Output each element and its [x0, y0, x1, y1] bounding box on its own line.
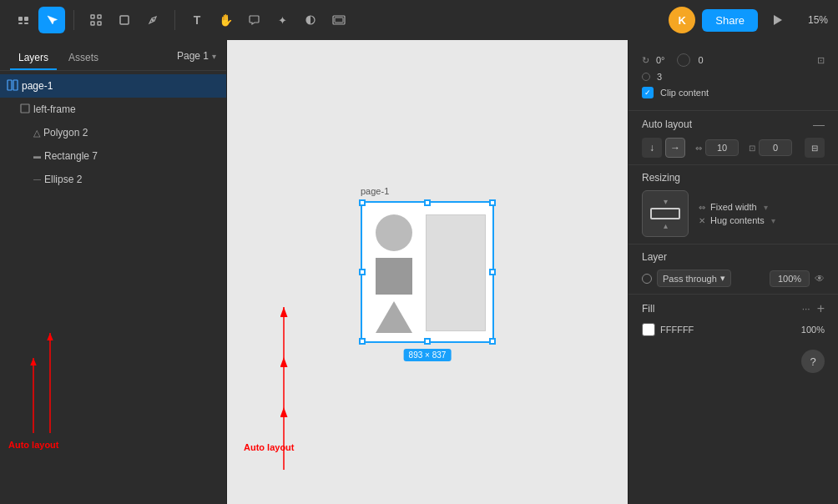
zoom-level: 15% — [798, 14, 828, 26]
fixed-width-row: ⇔ Fixed width ▾ — [699, 202, 825, 212]
svg-rect-5 — [98, 15, 101, 18]
fill-hex-value: FFFFFF — [660, 325, 796, 335]
layer-label-polygon2: Polygon 2 — [43, 127, 88, 139]
help-area: ? — [628, 343, 838, 380]
text-tool-button[interactable]: T — [184, 7, 210, 33]
layers-tool-button[interactable] — [326, 7, 352, 33]
layer-item-page1[interactable]: page-1 — [0, 74, 226, 98]
al-gap-input[interactable] — [705, 139, 739, 156]
al-direction-down[interactable]: ↓ — [642, 138, 662, 158]
layer-icon-left-frame — [20, 103, 30, 115]
page-name-label: Page 1 — [177, 50, 209, 62]
handle-br[interactable] — [489, 338, 496, 345]
tool-group-shape — [83, 7, 166, 33]
blend-mode-row: Pass through ▾ 100% 👁 — [642, 270, 825, 287]
hug-contents-row: ✕ Hug contents ▾ — [699, 215, 825, 225]
fill-color-row: FFFFFF 100% — [642, 323, 825, 336]
select-tool-button[interactable] — [38, 7, 65, 33]
hug-contents-close-icon: ✕ — [699, 216, 705, 225]
svg-rect-2 — [18, 23, 23, 24]
tab-layers[interactable]: Layers — [10, 47, 57, 70]
fixed-width-chevron-icon[interactable]: ▾ — [764, 203, 768, 212]
svg-point-9 — [152, 19, 154, 22]
left-panel: Layers Assets Page 1 ▾ page-1 — [0, 40, 227, 504]
rotation-value: 0° — [656, 55, 665, 65]
handle-mr[interactable] — [489, 269, 496, 275]
fill-color-swatch[interactable] — [642, 323, 655, 336]
layer-icon-polygon2: △ — [33, 128, 40, 139]
layer-icon-ellipse2: — — [33, 175, 41, 184]
al-direction-right[interactable]: → — [665, 138, 685, 158]
frame-tool-button[interactable] — [83, 7, 109, 33]
fixed-width-label: Fixed width — [710, 202, 757, 212]
handle-tl[interactable] — [359, 199, 366, 206]
layer-dot — [642, 73, 650, 81]
play-button[interactable] — [765, 7, 791, 33]
layer-label-page1: page-1 — [22, 80, 53, 92]
layers-list: page-1 left-frame △ Polygon 2 ▬ Rectangl… — [0, 71, 226, 504]
svg-rect-13 — [8, 80, 12, 90]
share-button[interactable]: Share — [702, 9, 758, 32]
toolbar: T ✋ ✦ K Share — [0, 0, 838, 40]
fill-add-button[interactable]: + — [817, 301, 825, 316]
svg-rect-7 — [98, 22, 101, 25]
opacity-value[interactable]: 100% — [770, 270, 810, 287]
transform-section: ↻ 0° 0 ⊡ 3 ✓ Clip content — [628, 47, 838, 111]
handle-bm[interactable] — [424, 338, 431, 345]
handle-tr[interactable] — [489, 199, 496, 206]
layer-blend-header: Layer — [642, 251, 825, 263]
fill-dots-icon[interactable]: ··· — [802, 303, 810, 315]
al-gap-icon: ⇔ — [695, 144, 702, 153]
panel-tabs: Layers Assets Page 1 ▾ — [0, 40, 226, 71]
layer-item-rect7[interactable]: ▬ Rectangle 7 — [0, 144, 226, 168]
shape-inner-rect — [426, 214, 486, 331]
layer-item-polygon2[interactable]: △ Polygon 2 — [0, 121, 226, 144]
resize-arrow-down-icon: ▾ — [664, 197, 668, 206]
hug-contents-chevron-icon[interactable]: ▾ — [771, 216, 775, 225]
corner-indicator — [677, 53, 690, 67]
tab-assets[interactable]: Assets — [60, 47, 107, 70]
resize-arrow-up-icon: ▴ — [664, 221, 668, 230]
frame-box[interactable] — [361, 201, 494, 343]
menu-button[interactable] — [10, 7, 37, 33]
shape-circle — [376, 214, 412, 251]
layer-item-left-frame[interactable]: left-frame — [0, 98, 226, 121]
frame-label: page-1 — [361, 186, 389, 196]
contrast-tool-button[interactable] — [297, 7, 324, 33]
shape-triangle — [376, 301, 412, 333]
clip-content-label: Clip content — [660, 88, 709, 98]
hand-tool-button[interactable]: ✋ — [212, 7, 239, 33]
fixed-width-icon: ⇔ — [699, 203, 705, 212]
pen-tool-button[interactable] — [139, 7, 166, 33]
shape-rect — [376, 258, 412, 295]
frame-container[interactable]: page-1 893 × 837 — [361, 201, 494, 343]
hug-contents-label: Hug contents — [710, 215, 765, 225]
comment-tool-button[interactable] — [240, 7, 267, 33]
help-button[interactable]: ? — [801, 350, 825, 373]
page-selector[interactable]: Page 1 ▾ — [177, 47, 216, 70]
resize-visual-box[interactable]: ▾ ▴ — [642, 190, 689, 237]
svg-rect-14 — [13, 80, 18, 90]
handle-tm[interactable] — [424, 199, 431, 206]
layer-blend-title: Layer — [642, 251, 667, 263]
al-padding-input[interactable] — [759, 139, 792, 156]
handle-bl[interactable] — [359, 338, 366, 345]
auto-layout-remove[interactable]: — — [813, 118, 825, 131]
svg-rect-6 — [91, 22, 94, 25]
rotation-row: ↻ 0° 0 ⊡ — [642, 53, 825, 67]
corner-value: 0 — [699, 55, 704, 65]
layer-item-ellipse2[interactable]: — Ellipse 2 — [0, 168, 226, 191]
handle-ml[interactable] — [359, 269, 366, 275]
canvas-area[interactable]: Auto layout page-1 893 × 837 — [227, 40, 628, 504]
visibility-eye-icon[interactable]: 👁 — [815, 273, 825, 285]
fill-section: Fill ··· + FFFFFF 100% — [628, 295, 838, 343]
al-advanced[interactable]: ⊟ — [805, 138, 825, 158]
plugin-tool-button[interactable]: ✦ — [269, 7, 295, 33]
clip-content-checkbox[interactable]: ✓ — [642, 87, 654, 98]
layer-blend-section: Layer Pass through ▾ 100% 👁 — [628, 244, 838, 295]
blend-mode-select[interactable]: Pass through ▾ — [657, 270, 731, 287]
shape-tool-button[interactable] — [111, 7, 138, 33]
svg-rect-12 — [335, 18, 343, 23]
page-chevron-icon: ▾ — [212, 52, 216, 61]
user-avatar[interactable]: K — [669, 7, 695, 33]
